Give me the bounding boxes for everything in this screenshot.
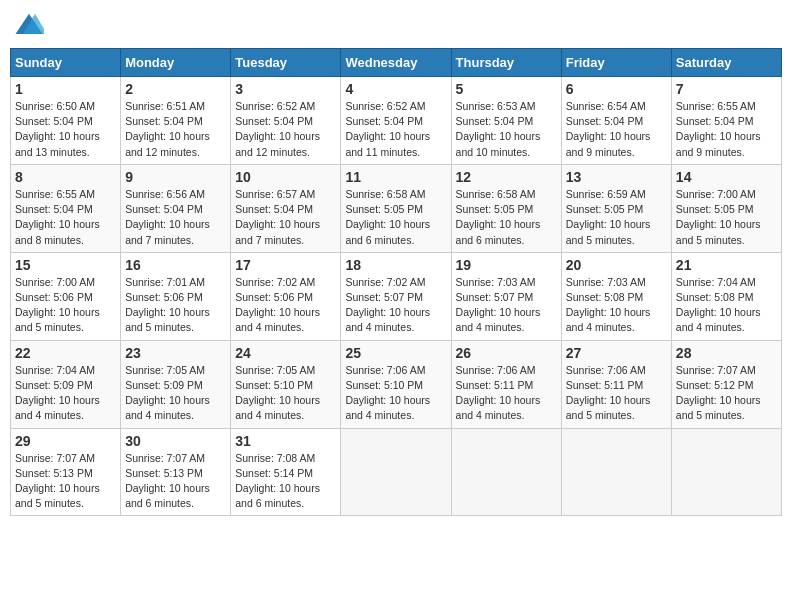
day-detail: Sunrise: 7:02 AMSunset: 5:06 PMDaylight:… <box>235 275 336 336</box>
calendar-cell: 11Sunrise: 6:58 AMSunset: 5:05 PMDayligh… <box>341 164 451 252</box>
day-detail: Sunrise: 6:58 AMSunset: 5:05 PMDaylight:… <box>456 187 557 248</box>
day-number: 16 <box>125 257 226 273</box>
day-number: 30 <box>125 433 226 449</box>
day-number: 3 <box>235 81 336 97</box>
day-number: 19 <box>456 257 557 273</box>
calendar-cell: 19Sunrise: 7:03 AMSunset: 5:07 PMDayligh… <box>451 252 561 340</box>
calendar-cell: 30Sunrise: 7:07 AMSunset: 5:13 PMDayligh… <box>121 428 231 516</box>
day-number: 11 <box>345 169 446 185</box>
calendar-cell: 23Sunrise: 7:05 AMSunset: 5:09 PMDayligh… <box>121 340 231 428</box>
day-detail: Sunrise: 7:08 AMSunset: 5:14 PMDaylight:… <box>235 451 336 512</box>
day-detail: Sunrise: 6:54 AMSunset: 5:04 PMDaylight:… <box>566 99 667 160</box>
day-detail: Sunrise: 7:06 AMSunset: 5:10 PMDaylight:… <box>345 363 446 424</box>
calendar-cell: 9Sunrise: 6:56 AMSunset: 5:04 PMDaylight… <box>121 164 231 252</box>
day-detail: Sunrise: 7:07 AMSunset: 5:13 PMDaylight:… <box>15 451 116 512</box>
day-detail: Sunrise: 7:01 AMSunset: 5:06 PMDaylight:… <box>125 275 226 336</box>
calendar-cell: 7Sunrise: 6:55 AMSunset: 5:04 PMDaylight… <box>671 77 781 165</box>
day-number: 18 <box>345 257 446 273</box>
day-detail: Sunrise: 7:04 AMSunset: 5:09 PMDaylight:… <box>15 363 116 424</box>
calendar-cell: 14Sunrise: 7:00 AMSunset: 5:05 PMDayligh… <box>671 164 781 252</box>
calendar-cell: 28Sunrise: 7:07 AMSunset: 5:12 PMDayligh… <box>671 340 781 428</box>
day-number: 7 <box>676 81 777 97</box>
day-number: 17 <box>235 257 336 273</box>
day-number: 20 <box>566 257 667 273</box>
weekday-header-cell: Friday <box>561 49 671 77</box>
day-number: 27 <box>566 345 667 361</box>
calendar-cell: 8Sunrise: 6:55 AMSunset: 5:04 PMDaylight… <box>11 164 121 252</box>
day-number: 24 <box>235 345 336 361</box>
day-detail: Sunrise: 7:00 AMSunset: 5:06 PMDaylight:… <box>15 275 116 336</box>
day-detail: Sunrise: 7:05 AMSunset: 5:10 PMDaylight:… <box>235 363 336 424</box>
calendar-cell <box>341 428 451 516</box>
calendar-week-row: 15Sunrise: 7:00 AMSunset: 5:06 PMDayligh… <box>11 252 782 340</box>
calendar-cell: 4Sunrise: 6:52 AMSunset: 5:04 PMDaylight… <box>341 77 451 165</box>
logo-icon <box>14 10 44 40</box>
weekday-header-cell: Saturday <box>671 49 781 77</box>
calendar-cell: 6Sunrise: 6:54 AMSunset: 5:04 PMDaylight… <box>561 77 671 165</box>
day-detail: Sunrise: 6:55 AMSunset: 5:04 PMDaylight:… <box>15 187 116 248</box>
calendar-cell <box>561 428 671 516</box>
day-number: 21 <box>676 257 777 273</box>
day-number: 13 <box>566 169 667 185</box>
weekday-header-cell: Sunday <box>11 49 121 77</box>
day-detail: Sunrise: 7:03 AMSunset: 5:08 PMDaylight:… <box>566 275 667 336</box>
day-detail: Sunrise: 7:06 AMSunset: 5:11 PMDaylight:… <box>566 363 667 424</box>
day-detail: Sunrise: 7:07 AMSunset: 5:12 PMDaylight:… <box>676 363 777 424</box>
day-number: 31 <box>235 433 336 449</box>
calendar-week-row: 1Sunrise: 6:50 AMSunset: 5:04 PMDaylight… <box>11 77 782 165</box>
day-number: 25 <box>345 345 446 361</box>
calendar-cell <box>451 428 561 516</box>
day-number: 2 <box>125 81 226 97</box>
day-number: 14 <box>676 169 777 185</box>
calendar-cell: 18Sunrise: 7:02 AMSunset: 5:07 PMDayligh… <box>341 252 451 340</box>
logo <box>14 10 46 40</box>
day-detail: Sunrise: 6:55 AMSunset: 5:04 PMDaylight:… <box>676 99 777 160</box>
calendar-cell: 5Sunrise: 6:53 AMSunset: 5:04 PMDaylight… <box>451 77 561 165</box>
day-detail: Sunrise: 7:06 AMSunset: 5:11 PMDaylight:… <box>456 363 557 424</box>
calendar-cell: 1Sunrise: 6:50 AMSunset: 5:04 PMDaylight… <box>11 77 121 165</box>
calendar-cell: 16Sunrise: 7:01 AMSunset: 5:06 PMDayligh… <box>121 252 231 340</box>
calendar-cell: 24Sunrise: 7:05 AMSunset: 5:10 PMDayligh… <box>231 340 341 428</box>
calendar-cell: 27Sunrise: 7:06 AMSunset: 5:11 PMDayligh… <box>561 340 671 428</box>
day-detail: Sunrise: 6:59 AMSunset: 5:05 PMDaylight:… <box>566 187 667 248</box>
day-number: 26 <box>456 345 557 361</box>
day-number: 12 <box>456 169 557 185</box>
weekday-header-cell: Monday <box>121 49 231 77</box>
day-detail: Sunrise: 7:02 AMSunset: 5:07 PMDaylight:… <box>345 275 446 336</box>
day-number: 29 <box>15 433 116 449</box>
day-detail: Sunrise: 6:56 AMSunset: 5:04 PMDaylight:… <box>125 187 226 248</box>
page-header <box>10 10 782 40</box>
weekday-header-cell: Wednesday <box>341 49 451 77</box>
day-number: 4 <box>345 81 446 97</box>
weekday-header-row: SundayMondayTuesdayWednesdayThursdayFrid… <box>11 49 782 77</box>
day-number: 6 <box>566 81 667 97</box>
calendar-cell: 22Sunrise: 7:04 AMSunset: 5:09 PMDayligh… <box>11 340 121 428</box>
calendar-table: SundayMondayTuesdayWednesdayThursdayFrid… <box>10 48 782 516</box>
day-number: 9 <box>125 169 226 185</box>
day-number: 23 <box>125 345 226 361</box>
day-number: 10 <box>235 169 336 185</box>
day-detail: Sunrise: 7:04 AMSunset: 5:08 PMDaylight:… <box>676 275 777 336</box>
calendar-cell: 31Sunrise: 7:08 AMSunset: 5:14 PMDayligh… <box>231 428 341 516</box>
day-number: 28 <box>676 345 777 361</box>
calendar-cell: 15Sunrise: 7:00 AMSunset: 5:06 PMDayligh… <box>11 252 121 340</box>
day-detail: Sunrise: 7:07 AMSunset: 5:13 PMDaylight:… <box>125 451 226 512</box>
day-detail: Sunrise: 6:52 AMSunset: 5:04 PMDaylight:… <box>345 99 446 160</box>
calendar-cell: 2Sunrise: 6:51 AMSunset: 5:04 PMDaylight… <box>121 77 231 165</box>
day-detail: Sunrise: 6:57 AMSunset: 5:04 PMDaylight:… <box>235 187 336 248</box>
calendar-body: 1Sunrise: 6:50 AMSunset: 5:04 PMDaylight… <box>11 77 782 516</box>
calendar-cell: 17Sunrise: 7:02 AMSunset: 5:06 PMDayligh… <box>231 252 341 340</box>
calendar-week-row: 8Sunrise: 6:55 AMSunset: 5:04 PMDaylight… <box>11 164 782 252</box>
day-number: 1 <box>15 81 116 97</box>
weekday-header-cell: Tuesday <box>231 49 341 77</box>
calendar-week-row: 22Sunrise: 7:04 AMSunset: 5:09 PMDayligh… <box>11 340 782 428</box>
day-number: 8 <box>15 169 116 185</box>
calendar-cell: 25Sunrise: 7:06 AMSunset: 5:10 PMDayligh… <box>341 340 451 428</box>
day-detail: Sunrise: 7:03 AMSunset: 5:07 PMDaylight:… <box>456 275 557 336</box>
calendar-cell: 20Sunrise: 7:03 AMSunset: 5:08 PMDayligh… <box>561 252 671 340</box>
day-detail: Sunrise: 6:50 AMSunset: 5:04 PMDaylight:… <box>15 99 116 160</box>
day-detail: Sunrise: 7:00 AMSunset: 5:05 PMDaylight:… <box>676 187 777 248</box>
day-detail: Sunrise: 6:51 AMSunset: 5:04 PMDaylight:… <box>125 99 226 160</box>
weekday-header-cell: Thursday <box>451 49 561 77</box>
day-detail: Sunrise: 6:53 AMSunset: 5:04 PMDaylight:… <box>456 99 557 160</box>
